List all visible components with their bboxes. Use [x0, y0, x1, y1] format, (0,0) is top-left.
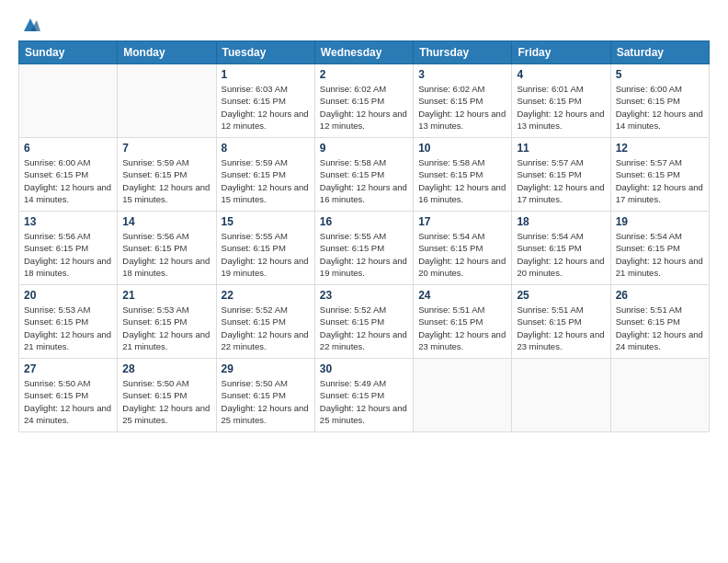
week-row-2: 6Sunrise: 6:00 AMSunset: 6:15 PMDaylight…: [19, 138, 710, 212]
day-number: 8: [222, 142, 310, 155]
calendar-cell: 23Sunrise: 5:52 AMSunset: 6:15 PMDayligh…: [314, 285, 413, 359]
day-info: Sunrise: 5:51 AMSunset: 6:15 PMDaylight:…: [517, 304, 605, 352]
weekday-header-row: SundayMondayTuesdayWednesdayThursdayFrid…: [19, 41, 710, 64]
week-row-3: 13Sunrise: 5:56 AMSunset: 6:15 PMDayligh…: [19, 212, 710, 285]
day-number: 30: [320, 362, 408, 375]
day-number: 24: [418, 289, 506, 302]
logo-icon: [20, 15, 40, 35]
weekday-header-tuesday: Tuesday: [216, 41, 314, 64]
calendar-cell: 27Sunrise: 5:50 AMSunset: 6:15 PMDayligh…: [19, 359, 118, 432]
calendar-cell: [512, 359, 610, 432]
calendar-cell: 9Sunrise: 5:58 AMSunset: 6:15 PMDaylight…: [314, 138, 413, 212]
day-number: 2: [320, 68, 408, 81]
calendar-cell: 1Sunrise: 6:03 AMSunset: 6:15 PMDaylight…: [216, 64, 314, 138]
calendar-cell: 26Sunrise: 5:51 AMSunset: 6:15 PMDayligh…: [610, 285, 709, 359]
calendar-cell: 22Sunrise: 5:52 AMSunset: 6:15 PMDayligh…: [216, 285, 314, 359]
week-row-4: 20Sunrise: 5:53 AMSunset: 6:15 PMDayligh…: [19, 285, 710, 359]
day-number: 21: [122, 289, 210, 302]
calendar-cell: [610, 359, 709, 432]
day-number: 26: [616, 289, 704, 302]
calendar-cell: 30Sunrise: 5:49 AMSunset: 6:15 PMDayligh…: [314, 359, 413, 432]
calendar-cell: 11Sunrise: 5:57 AMSunset: 6:15 PMDayligh…: [512, 138, 610, 212]
calendar-cell: 20Sunrise: 5:53 AMSunset: 6:15 PMDayligh…: [19, 285, 118, 359]
day-number: 10: [418, 142, 506, 155]
calendar-cell: 19Sunrise: 5:54 AMSunset: 6:15 PMDayligh…: [610, 212, 709, 285]
calendar-cell: 17Sunrise: 5:54 AMSunset: 6:15 PMDayligh…: [414, 212, 512, 285]
calendar-cell: 4Sunrise: 6:01 AMSunset: 6:15 PMDaylight…: [512, 64, 610, 138]
day-info: Sunrise: 5:50 AMSunset: 6:15 PMDaylight:…: [122, 377, 210, 426]
calendar-cell: 6Sunrise: 6:00 AMSunset: 6:15 PMDaylight…: [19, 138, 118, 212]
day-number: 27: [24, 362, 112, 375]
weekday-header-sunday: Sunday: [19, 41, 118, 64]
calendar-cell: [19, 64, 118, 138]
calendar-cell: 16Sunrise: 5:55 AMSunset: 6:15 PMDayligh…: [314, 212, 413, 285]
day-info: Sunrise: 5:55 AMSunset: 6:15 PMDaylight:…: [320, 230, 408, 279]
day-number: 16: [320, 215, 408, 228]
day-number: 19: [616, 215, 704, 228]
calendar-cell: 7Sunrise: 5:59 AMSunset: 6:15 PMDaylight…: [118, 138, 216, 212]
calendar-cell: 10Sunrise: 5:58 AMSunset: 6:15 PMDayligh…: [414, 138, 512, 212]
day-info: Sunrise: 5:54 AMSunset: 6:15 PMDaylight:…: [517, 230, 605, 279]
week-row-1: 1Sunrise: 6:03 AMSunset: 6:15 PMDaylight…: [19, 64, 710, 138]
day-number: 29: [222, 362, 310, 375]
day-info: Sunrise: 6:00 AMSunset: 6:15 PMDaylight:…: [24, 156, 112, 205]
day-info: Sunrise: 6:03 AMSunset: 6:15 PMDaylight:…: [222, 83, 310, 132]
day-info: Sunrise: 5:54 AMSunset: 6:15 PMDaylight:…: [616, 230, 704, 279]
calendar-cell: 29Sunrise: 5:50 AMSunset: 6:15 PMDayligh…: [216, 359, 314, 432]
day-number: 13: [24, 215, 112, 228]
day-info: Sunrise: 5:56 AMSunset: 6:15 PMDaylight:…: [122, 230, 210, 279]
day-info: Sunrise: 5:53 AMSunset: 6:15 PMDaylight:…: [24, 304, 112, 352]
day-info: Sunrise: 5:51 AMSunset: 6:15 PMDaylight:…: [418, 304, 506, 352]
day-number: 9: [320, 142, 408, 155]
day-info: Sunrise: 5:59 AMSunset: 6:15 PMDaylight:…: [222, 156, 310, 205]
weekday-header-monday: Monday: [118, 41, 216, 64]
day-info: Sunrise: 5:56 AMSunset: 6:15 PMDaylight:…: [24, 230, 112, 279]
day-info: Sunrise: 5:52 AMSunset: 6:15 PMDaylight:…: [222, 304, 310, 352]
day-info: Sunrise: 5:50 AMSunset: 6:15 PMDaylight:…: [24, 377, 112, 426]
day-number: 20: [24, 289, 112, 302]
day-number: 18: [517, 215, 605, 228]
week-row-5: 27Sunrise: 5:50 AMSunset: 6:15 PMDayligh…: [19, 359, 710, 432]
day-number: 22: [222, 289, 310, 302]
day-info: Sunrise: 5:54 AMSunset: 6:15 PMDaylight:…: [418, 230, 506, 279]
day-number: 23: [320, 289, 408, 302]
calendar-cell: 5Sunrise: 6:00 AMSunset: 6:15 PMDaylight…: [610, 64, 709, 138]
page-header: [18, 15, 710, 31]
day-info: Sunrise: 6:00 AMSunset: 6:15 PMDaylight:…: [616, 83, 704, 132]
day-number: 14: [122, 215, 210, 228]
weekday-header-thursday: Thursday: [414, 41, 512, 64]
weekday-header-wednesday: Wednesday: [314, 41, 413, 64]
day-number: 1: [222, 68, 310, 81]
day-info: Sunrise: 5:53 AMSunset: 6:15 PMDaylight:…: [122, 304, 210, 352]
day-info: Sunrise: 5:52 AMSunset: 6:15 PMDaylight:…: [320, 304, 408, 352]
calendar-cell: 12Sunrise: 5:57 AMSunset: 6:15 PMDayligh…: [610, 138, 709, 212]
calendar-cell: 24Sunrise: 5:51 AMSunset: 6:15 PMDayligh…: [414, 285, 512, 359]
calendar-table: SundayMondayTuesdayWednesdayThursdayFrid…: [18, 40, 710, 432]
day-number: 15: [222, 215, 310, 228]
day-info: Sunrise: 6:02 AMSunset: 6:15 PMDaylight:…: [320, 83, 408, 132]
day-number: 17: [418, 215, 506, 228]
day-info: Sunrise: 5:55 AMSunset: 6:15 PMDaylight:…: [222, 230, 310, 279]
day-info: Sunrise: 5:59 AMSunset: 6:15 PMDaylight:…: [122, 156, 210, 205]
day-number: 7: [122, 142, 210, 155]
day-number: 5: [616, 68, 704, 81]
calendar-cell: 15Sunrise: 5:55 AMSunset: 6:15 PMDayligh…: [216, 212, 314, 285]
logo: [18, 15, 40, 31]
weekday-header-saturday: Saturday: [610, 41, 709, 64]
day-info: Sunrise: 5:57 AMSunset: 6:15 PMDaylight:…: [616, 156, 704, 205]
day-number: 25: [517, 289, 605, 302]
day-info: Sunrise: 5:58 AMSunset: 6:15 PMDaylight:…: [320, 156, 408, 205]
weekday-header-friday: Friday: [512, 41, 610, 64]
day-info: Sunrise: 5:50 AMSunset: 6:15 PMDaylight:…: [222, 377, 310, 426]
calendar-cell: 25Sunrise: 5:51 AMSunset: 6:15 PMDayligh…: [512, 285, 610, 359]
calendar-cell: [414, 359, 512, 432]
day-number: 28: [122, 362, 210, 375]
calendar-cell: 14Sunrise: 5:56 AMSunset: 6:15 PMDayligh…: [118, 212, 216, 285]
day-info: Sunrise: 6:02 AMSunset: 6:15 PMDaylight:…: [418, 83, 506, 132]
calendar-cell: 2Sunrise: 6:02 AMSunset: 6:15 PMDaylight…: [314, 64, 413, 138]
day-number: 4: [517, 68, 605, 81]
calendar-cell: 13Sunrise: 5:56 AMSunset: 6:15 PMDayligh…: [19, 212, 118, 285]
day-number: 3: [418, 68, 506, 81]
day-number: 6: [24, 142, 112, 155]
calendar-cell: [118, 64, 216, 138]
